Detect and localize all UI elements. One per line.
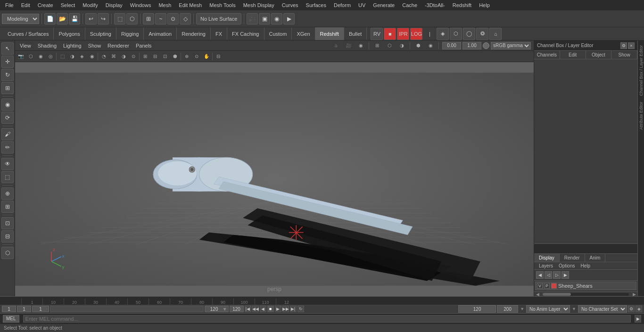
stop-btn[interactable]: ■ (267, 306, 274, 312)
char-set-select[interactable]: No Character Set (578, 305, 627, 313)
vp-tb-light[interactable]: ◉ (87, 52, 97, 61)
shelf-icon-rs9[interactable]: ⌂ (489, 28, 502, 40)
vp-home-btn[interactable]: ⌂ (331, 41, 341, 50)
menu-modify[interactable]: Modify (79, 1, 101, 9)
menu-create[interactable]: Create (34, 1, 57, 9)
vp-tb-isolate2[interactable]: ⊙ (129, 52, 138, 61)
layer-menu-options[interactable]: Options (556, 262, 578, 269)
shelf-tab-rendering[interactable]: Rendering (177, 27, 211, 40)
layer-visibility-btn[interactable]: V (537, 283, 543, 289)
transform-tool[interactable]: ⟳ (1, 112, 14, 124)
shelf-tab-sculpting[interactable]: Sculpting (85, 27, 116, 40)
menu-generate[interactable]: Generate (370, 1, 398, 9)
shelf-icon-rs3[interactable]: IPR (397, 28, 409, 40)
vp-tb-snaps[interactable]: ⊕ (182, 52, 191, 61)
command-submit-btn[interactable]: ▶ (635, 315, 641, 323)
vp-sel-btn[interactable]: ◉ (356, 41, 365, 50)
vp-xray-btn[interactable]: ◑ (397, 41, 406, 50)
layer-prev-btn[interactable]: ◀ (536, 271, 544, 279)
rotate-tool[interactable]: ↻ (1, 69, 14, 81)
side-strip-channel-box[interactable]: Channel Box / Layer Editor (639, 45, 644, 96)
shelf-tab-xgen[interactable]: XGen (292, 27, 315, 40)
menu-mesh-tools[interactable]: Mesh Tools (206, 1, 239, 9)
menu-mesh[interactable]: Mesh (155, 1, 174, 9)
vp-smooth-btn[interactable]: ◉ (426, 41, 435, 50)
layer-tab-anim[interactable]: Anim (585, 254, 606, 262)
shelf-icon-rs5[interactable]: ◈ (437, 28, 449, 40)
vp-tb-shadow[interactable]: ◔ (99, 52, 108, 61)
open-file-button[interactable]: 📂 (57, 13, 68, 24)
mel-python-toggle[interactable]: MEL (3, 315, 19, 323)
vp-tb-bookmark[interactable]: ⊟ (214, 52, 223, 61)
lasso-select-button[interactable]: ⬡ (126, 13, 138, 24)
shelf-tab-bullet[interactable]: Bullet (344, 27, 367, 40)
new-file-button[interactable]: 📄 (44, 13, 56, 24)
viewport-renderer-button[interactable]: ▶ (283, 13, 295, 24)
menu-select[interactable]: Select (58, 1, 79, 9)
menu-mesh-display[interactable]: Mesh Display (240, 1, 278, 9)
range-end-input[interactable] (206, 306, 223, 312)
menu-deform[interactable]: Deform (330, 1, 354, 9)
vp-tb-camera3[interactable]: ⊙ (192, 52, 201, 61)
layer-menu-help[interactable]: Help (578, 262, 593, 269)
rendersettings-button[interactable]: ◉ (271, 13, 282, 24)
menu-curves[interactable]: Curves (279, 1, 302, 9)
paint-tool[interactable]: 🖌 (1, 128, 14, 140)
menu-edit-mesh[interactable]: Edit Mesh (175, 1, 205, 9)
anim-extra-btn[interactable]: ◈ (636, 306, 642, 312)
shelf-icon-rs2[interactable]: ■ (384, 28, 396, 40)
vp-wireframe-btn[interactable]: ⬢ (413, 41, 423, 50)
layer-menu-layers[interactable]: Layers (536, 262, 556, 269)
menu-3dtoall[interactable]: -3DtoAll- (421, 1, 448, 9)
menu-help[interactable]: Help (476, 1, 493, 9)
camera-view-button[interactable]: 🎥 (247, 13, 258, 24)
vp-grid-btn[interactable]: ⊞ (372, 41, 382, 50)
shelf-tab-curves-surfaces[interactable]: Curves / Surfaces (3, 27, 54, 40)
vp-tb-crease[interactable]: ⌘ (109, 52, 118, 61)
vp-tb-cam2[interactable]: ⬡ (26, 52, 35, 61)
scroll-right-arrow[interactable]: ▶ (631, 292, 637, 297)
channel-tab-show[interactable]: Show (611, 51, 637, 59)
viewport-menu-renderer[interactable]: Renderer (106, 43, 131, 49)
step-back-btn[interactable]: ◀◀ (252, 306, 259, 312)
channel-tab-channels[interactable]: Channels (534, 51, 560, 59)
layer-prev2-btn[interactable]: ◁ (545, 271, 552, 279)
scroll-left-arrow[interactable]: ◀ (534, 292, 541, 297)
soft-select-tool[interactable]: ◉ (1, 98, 14, 111)
exposure-input[interactable] (462, 42, 481, 49)
menu-windows[interactable]: Windows (127, 1, 155, 9)
channel-box-close[interactable]: × (628, 42, 635, 49)
layer-color-swatch[interactable] (551, 283, 557, 289)
layer-next2-btn[interactable]: ▶ (561, 271, 569, 279)
shelf-tab-animation[interactable]: Animation (144, 27, 177, 40)
shelf-tab-fx-caching[interactable]: FX Caching (227, 27, 264, 40)
vp-tb-shade[interactable]: ◑ (67, 52, 77, 61)
color-space-select[interactable]: sRGB gamma (491, 42, 531, 49)
select-tool[interactable]: ↖ (1, 42, 14, 55)
frame-all-tool[interactable]: ⊡ (1, 217, 14, 229)
sculpt-tool[interactable]: ✏ (1, 141, 14, 154)
shelf-tab-redshift[interactable]: Redshift (315, 27, 344, 40)
loop-btn[interactable]: ↻ (297, 306, 304, 312)
vp-tb-xray2[interactable]: ◑ (119, 52, 128, 61)
anim-layer-select[interactable]: No Anim Layer (526, 305, 570, 313)
jump-start-btn[interactable]: |◀ (245, 306, 251, 312)
menu-file[interactable]: File (2, 1, 17, 9)
snap-surface-button[interactable]: ◇ (180, 13, 191, 24)
shelf-tab-fx[interactable]: FX (211, 27, 227, 40)
start-frame-input[interactable] (17, 306, 31, 312)
shelf-icon-rs4[interactable]: LOG (410, 28, 422, 40)
scroll-thumb[interactable] (543, 293, 571, 296)
select-tool-button[interactable]: ⬚ (114, 13, 125, 24)
shelf-tab-polygons[interactable]: Polygons (54, 27, 85, 40)
side-strip-attr-editor[interactable]: Attribute Editor (639, 102, 644, 130)
channel-tab-edit[interactable]: Edit (560, 51, 586, 59)
anim-layer-dropdown[interactable]: ▼ (571, 307, 577, 311)
vp-tb-hud[interactable]: ⊞ (140, 52, 150, 61)
step-fwd-btn[interactable]: ▶▶ (282, 306, 289, 312)
live-surface-button[interactable]: No Live Surface (196, 13, 241, 24)
snap-tool[interactable]: ⊕ (1, 187, 14, 200)
viewport-menu-lighting[interactable]: Lighting (61, 43, 83, 49)
channel-tab-object[interactable]: Object (586, 51, 612, 59)
command-input[interactable] (23, 315, 631, 323)
